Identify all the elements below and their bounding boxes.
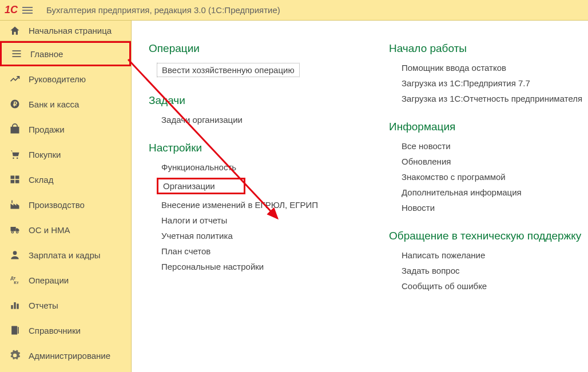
svg-text:₽: ₽ — [13, 101, 17, 107]
section-title: Операции — [149, 42, 355, 55]
content-link[interactable]: Обновления — [402, 157, 451, 166]
gear-icon — [9, 350, 21, 361]
sidebar-item-label: Банк и касса — [29, 99, 79, 109]
svg-rect-11 — [11, 201, 13, 203]
topbar: 1C Бухгалтерия предприятия, редакция 3.0… — [0, 0, 588, 21]
hamburger-menu-icon[interactable] — [22, 4, 35, 17]
sidebar-item-3[interactable]: Продажи — [0, 117, 131, 142]
boxes-icon — [9, 174, 21, 185]
svg-point-12 — [11, 231, 13, 233]
svg-point-5 — [13, 157, 14, 159]
content-link[interactable]: Помощник ввода остатков — [402, 63, 506, 73]
section-title: Обращение в техническую поддержку — [389, 230, 582, 242]
sidebar-item-5[interactable]: Склад — [0, 167, 131, 192]
sidebar-item-4[interactable]: Покупки — [0, 142, 131, 167]
truck-icon — [9, 224, 21, 235]
main-icon — [11, 48, 22, 59]
svg-rect-2 — [13, 56, 21, 57]
sidebar-item-9[interactable]: ДтКтОперации — [0, 267, 131, 293]
svg-text:Кт: Кт — [14, 280, 19, 285]
content-link[interactable]: Задать вопрос — [402, 266, 459, 275]
sidebar-item-label: Производство — [29, 200, 85, 210]
sidebar-item-label: ОС и НМА — [29, 225, 70, 235]
sidebar-item-label: Продажи — [29, 125, 65, 134]
cart-icon — [9, 149, 21, 160]
content-area: ОперацииВвести хозяйственную операциюЗад… — [132, 21, 588, 372]
section: ОперацииВвести хозяйственную операцию — [149, 42, 355, 77]
logo-icon: 1C — [5, 4, 18, 16]
chart-icon — [9, 73, 21, 85]
content-link[interactable]: Ввести хозяйственную операцию — [157, 63, 300, 77]
svg-rect-10 — [15, 180, 19, 183]
home-icon — [9, 25, 21, 37]
sidebar-item-6[interactable]: Производство — [0, 192, 131, 217]
content-link[interactable]: Дополнительная информация — [402, 187, 522, 197]
svg-point-13 — [17, 231, 18, 233]
sidebar-item-2[interactable]: ₽Банк и касса — [0, 91, 131, 117]
content-link[interactable]: Функциональность — [161, 162, 236, 172]
sidebar-item-7[interactable]: ОС и НМА — [0, 217, 131, 242]
content-link[interactable]: Загрузка из 1С:Предприятия 7.7 — [402, 78, 530, 88]
svg-rect-17 — [11, 305, 13, 309]
sidebar-item-label: Руководителю — [29, 74, 86, 84]
sidebar-item-0[interactable]: Главное — [0, 41, 131, 66]
bag-icon — [9, 123, 21, 135]
sidebar-item-label: Главное — [30, 49, 63, 59]
sidebar: Начальная страница ГлавноеРуководителю₽Б… — [0, 21, 132, 372]
sidebar-item-label: Покупки — [29, 150, 61, 159]
content-link[interactable]: Загрузка из 1С:Отчетность предпринимател… — [402, 94, 582, 103]
svg-rect-0 — [13, 50, 21, 51]
content-link[interactable]: План счетов — [161, 246, 210, 256]
svg-point-14 — [13, 251, 17, 255]
factory-icon — [9, 199, 21, 210]
section-title: Начало работы — [389, 42, 582, 55]
sidebar-item-label: Склад — [29, 175, 53, 185]
app-title: Бухгалтерия предприятия, редакция 3.0 (1… — [46, 5, 280, 15]
content-link[interactable]: Организации — [157, 178, 245, 194]
content-link[interactable]: Новости — [402, 203, 435, 213]
operations-icon: ДтКт — [9, 274, 21, 286]
sidebar-item-12[interactable]: Администрирование — [0, 343, 131, 368]
content-link[interactable]: Сообщить об ошибке — [402, 281, 487, 291]
section: ЗадачиЗадачи организации — [149, 94, 355, 125]
section-title: Информация — [389, 121, 582, 133]
svg-rect-9 — [11, 180, 15, 183]
content-link[interactable]: Налоги и отчеты — [161, 215, 227, 225]
svg-rect-20 — [11, 326, 17, 335]
section-title: Задачи — [149, 94, 355, 107]
svg-rect-7 — [11, 175, 15, 179]
section-title: Настройки — [149, 142, 355, 154]
sidebar-item-10[interactable]: Отчеты — [0, 293, 131, 318]
reports-icon — [9, 299, 21, 311]
svg-rect-18 — [14, 302, 15, 309]
svg-point-6 — [17, 157, 18, 159]
content-link[interactable]: Знакомство с программой — [402, 172, 506, 182]
sidebar-item-label: Справочники — [29, 326, 81, 335]
content-link[interactable]: Написать пожелание — [402, 250, 485, 260]
section: Обращение в техническую поддержкуНаписат… — [389, 230, 582, 291]
sidebar-item-11[interactable]: Справочники — [0, 318, 131, 343]
svg-rect-19 — [17, 304, 18, 309]
svg-rect-8 — [15, 175, 19, 179]
content-link[interactable]: Персональные настройки — [161, 262, 264, 271]
sidebar-item-label: Зарплата и кадры — [29, 250, 101, 260]
content-link[interactable]: Учетная политика — [161, 231, 233, 241]
sidebar-item-label: Операции — [29, 275, 69, 285]
start-page-label: Начальная страница — [29, 26, 112, 35]
sidebar-item-label: Отчеты — [29, 301, 58, 310]
svg-rect-21 — [18, 327, 19, 334]
sidebar-item-8[interactable]: Зарплата и кадры — [0, 242, 131, 267]
content-link[interactable]: Внесение изменений в ЕГРЮЛ, ЕГРИП — [161, 200, 318, 210]
start-page-link[interactable]: Начальная страница — [0, 21, 131, 41]
section: НастройкиФункциональностьОрганизацииВнес… — [149, 142, 355, 271]
section: ИнформацияВсе новостиОбновленияЗнакомств… — [389, 121, 582, 213]
section: Начало работыПомощник ввода остатковЗагр… — [389, 42, 582, 103]
svg-rect-1 — [13, 53, 21, 54]
person-icon — [9, 249, 21, 261]
content-link[interactable]: Все новости — [402, 141, 451, 151]
sidebar-item-1[interactable]: Руководителю — [0, 66, 131, 91]
content-link[interactable]: Задачи организации — [161, 115, 243, 125]
ruble-icon: ₽ — [9, 98, 21, 110]
reference-icon — [9, 325, 21, 336]
sidebar-item-label: Администрирование — [29, 351, 110, 361]
